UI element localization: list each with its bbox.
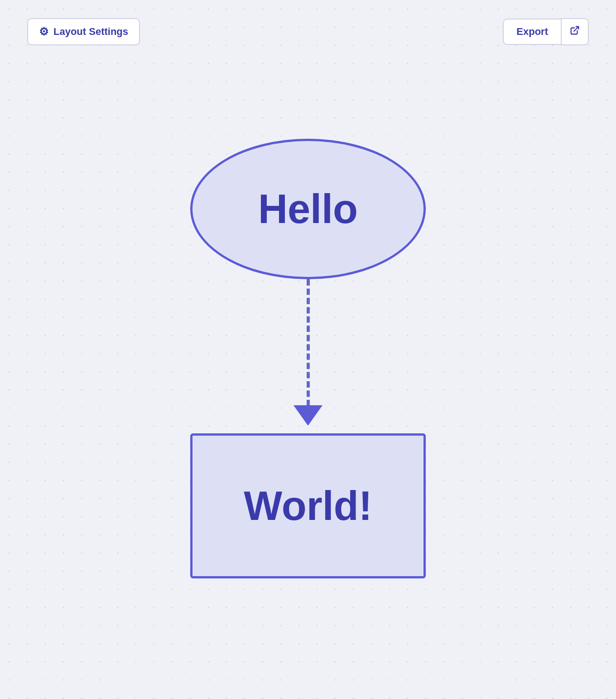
diagram-container: Hello World!: [0, 0, 616, 699]
ellipse-node[interactable]: Hello: [190, 139, 426, 279]
dashed-line: [307, 279, 310, 406]
rect-node[interactable]: World!: [190, 433, 426, 578]
arrow-down-icon: [294, 405, 322, 426]
ellipse-label: Hello: [258, 186, 358, 233]
rect-label: World!: [244, 483, 372, 529]
connector: [306, 279, 310, 433]
